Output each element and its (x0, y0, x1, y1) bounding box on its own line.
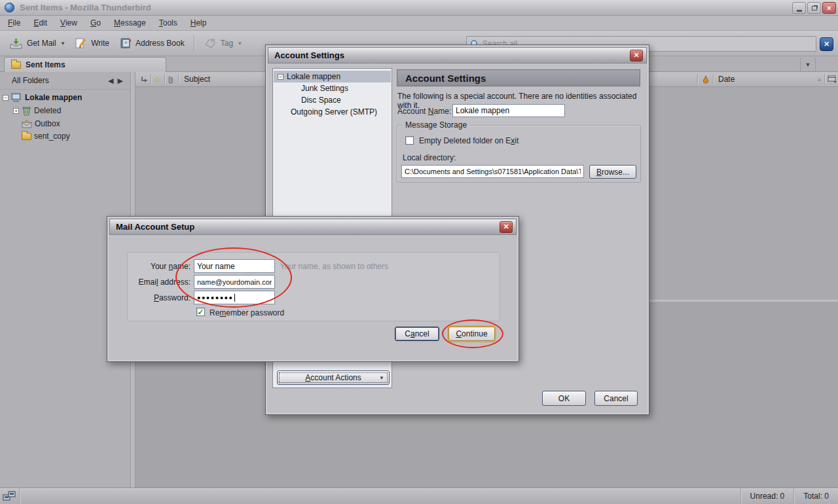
menubar: File Edit View Go Message Tools Help (0, 16, 838, 31)
tree-item-lokale-mappen[interactable]: − Lokale mappen (274, 71, 391, 82)
message-storage-group: Message Storage Empty Deleted folder on … (397, 125, 641, 183)
minimize-button[interactable] (792, 2, 806, 14)
junk-column-button[interactable] (702, 72, 710, 86)
expand-icon[interactable]: + (13, 108, 19, 114)
tab-sent-items[interactable]: Sent Items (4, 57, 166, 72)
mail-account-setup-dialog: Mail Account Setup ✕ Your name: Your nam… (107, 216, 519, 362)
section-title: Account Settings (405, 73, 486, 84)
address-book-button[interactable]: Address Book (115, 35, 190, 52)
local-directory-label: Local directory: (403, 153, 456, 162)
cancel-button[interactable]: Cancel (395, 327, 439, 341)
browse-button[interactable]: Browse... (589, 165, 636, 179)
tree-item-disc-space[interactable]: Disc Space (274, 94, 391, 106)
empty-deleted-checkbox[interactable] (405, 136, 414, 145)
chevron-down-icon: ▼ (379, 375, 384, 381)
account-name-input[interactable] (452, 104, 565, 117)
chevron-down-icon: ▼ (805, 62, 811, 68)
column-separator (178, 74, 179, 84)
folder-pane-title: All Folders (12, 76, 106, 85)
tree-item-junk-settings[interactable]: Junk Settings (274, 82, 391, 94)
collapse-icon[interactable]: − (3, 95, 9, 101)
subject-column-button[interactable]: Subject (184, 72, 210, 86)
menu-message[interactable]: Message (107, 16, 153, 29)
collapse-icon[interactable]: − (278, 74, 283, 80)
account-actions-button[interactable]: Account Actions ▼ (277, 370, 390, 385)
toolbar-separator (194, 35, 195, 52)
password-input[interactable]: ●●●●●●●● (194, 291, 275, 304)
email-address-input[interactable] (194, 275, 275, 289)
close-search-button[interactable]: ✕ (820, 37, 833, 51)
restore-icon (812, 6, 817, 10)
column-separator (713, 74, 714, 84)
password-label: Password: (120, 293, 191, 302)
empty-deleted-label: Empty Deleted folder on Exit (419, 136, 519, 145)
folder-label: Lokale mappen (25, 93, 82, 102)
mail-setup-titlebar: Mail Account Setup ✕ (109, 219, 517, 235)
sort-ascending-icon: ▲ (816, 72, 822, 86)
tag-icon (204, 39, 217, 48)
cancel-button[interactable]: Cancel (594, 391, 638, 406)
minimize-icon (797, 10, 802, 12)
online-status-panel[interactable] (0, 488, 20, 504)
trash-icon (22, 106, 31, 116)
local-directory-input[interactable] (401, 165, 584, 178)
flame-icon (702, 75, 710, 84)
list-all-tabs-button[interactable]: ▼ (800, 58, 816, 71)
local-folders-icon (11, 93, 22, 103)
column-picker-icon (828, 75, 837, 84)
paperclip-icon (168, 75, 175, 84)
continue-button[interactable]: Continue (448, 327, 495, 341)
folder-view-next-icon[interactable]: ▶ (116, 77, 125, 85)
menu-view[interactable]: View (54, 16, 84, 29)
write-icon (75, 37, 87, 49)
restore-button[interactable] (807, 2, 821, 14)
account-name-label: Account Name: (397, 107, 451, 116)
ok-button[interactable]: OK (542, 391, 586, 406)
write-button[interactable]: Write (69, 35, 115, 52)
date-column-button[interactable]: Date (718, 72, 735, 86)
column-separator (151, 74, 151, 84)
account-settings-header-bar: Account Settings (397, 69, 640, 86)
close-dialog-button[interactable]: ✕ (500, 221, 513, 233)
close-dialog-button[interactable]: ✕ (630, 50, 643, 62)
password-masked-value: ●●●●●●●● (197, 295, 234, 301)
folder-row-deleted[interactable]: + Deleted (13, 105, 61, 117)
thread-column-button[interactable] (141, 72, 149, 86)
checkmark-icon: ✓ (197, 309, 204, 315)
address-book-icon (120, 37, 132, 49)
menu-help[interactable]: Help (184, 16, 213, 29)
dialog-title: Mail Account Setup (113, 222, 194, 232)
folder-label: sent_copy (34, 132, 70, 141)
your-name-hint: Your name, as shown to others (280, 262, 388, 271)
attachment-column-button[interactable] (168, 72, 175, 86)
tag-dropdown-icon: ▾ (238, 40, 242, 46)
folder-view-prev-icon[interactable]: ◀ (106, 77, 115, 85)
tree-item-outgoing-server[interactable]: Outgoing Server (SMTP) (274, 106, 391, 118)
folder-row-lokale-mappen[interactable]: − Lokale mappen (3, 92, 82, 103)
folder-pane-header: All Folders ◀ ▶ (0, 72, 130, 90)
statusbar: Unread: 0 Total: 0 (0, 488, 838, 504)
remember-password-checkbox[interactable]: ✓ (196, 308, 205, 316)
folder-row-outbox[interactable]: Outbox (22, 118, 60, 130)
thunderbird-window: Sent Items - Mozilla Thunderbird ✕ File … (0, 0, 838, 504)
get-mail-icon (9, 38, 23, 49)
get-mail-button[interactable]: Get Mail ▾ (4, 35, 69, 52)
thunderbird-logo-icon (5, 3, 14, 12)
star-column-button[interactable]: ☆ (154, 72, 162, 86)
menu-edit[interactable]: Edit (27, 16, 54, 29)
unread-count: Unread: 0 (740, 488, 794, 504)
your-name-input[interactable] (194, 259, 275, 273)
column-picker-button[interactable] (828, 72, 837, 86)
close-icon: ✕ (633, 51, 639, 60)
group-legend: Message Storage (403, 120, 469, 130)
menu-go[interactable]: Go (84, 16, 107, 29)
close-icon: ✕ (503, 223, 509, 231)
get-mail-dropdown-icon[interactable]: ▾ (62, 40, 65, 46)
menu-tools[interactable]: Tools (153, 16, 184, 29)
folder-row-sent-copy[interactable]: sent_copy (22, 130, 70, 142)
tag-button[interactable]: Tag ▾ (199, 36, 247, 51)
menu-file[interactable]: File (1, 16, 27, 29)
remember-password-label: Remember password (210, 308, 284, 317)
close-button[interactable]: ✕ (822, 2, 836, 14)
dialog-title: Account Settings (272, 50, 344, 60)
